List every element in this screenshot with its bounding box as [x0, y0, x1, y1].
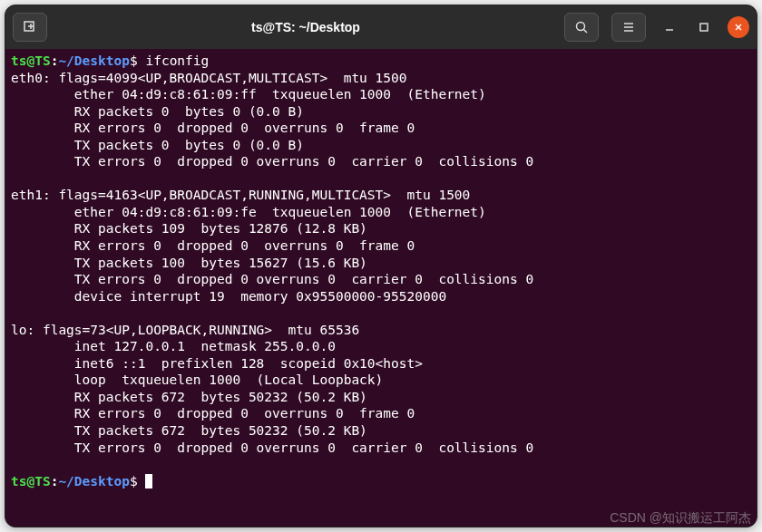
terminal-body[interactable]: ts@TS:~/Desktop$ ifconfig eth0: flags=40… [5, 49, 757, 493]
svg-point-3 [577, 23, 585, 31]
eth0-header: eth0: flags=4099<UP,BROADCAST,MULTICAST>… [11, 71, 407, 85]
maximize-icon [698, 22, 709, 33]
watermark: CSDN @知识搬运工阿杰 [610, 510, 751, 527]
prompt-user-2: ts@TS [11, 474, 51, 488]
eth1-device: device interrupt 19 memory 0x95500000-95… [11, 289, 446, 304]
terminal-window: ts@TS: ~/Desktop ts@TS:~/Desktop$ ifconf… [5, 5, 757, 527]
window-title: ts@TS: ~/Desktop [53, 20, 559, 34]
eth1-rx-errors: RX errors 0 dropped 0 overruns 0 frame 0 [11, 238, 415, 253]
eth0-tx-packets: TX packets 0 bytes 0 (0.0 B) [11, 138, 304, 152]
search-icon [574, 20, 589, 34]
new-tab-icon [23, 20, 37, 34]
prompt-symbol: $ [130, 53, 138, 68]
minimize-button[interactable] [659, 16, 680, 38]
lo-inet: inet 127.0.0.1 netmask 255.0.0.0 [11, 339, 336, 353]
minimize-icon [664, 22, 675, 33]
titlebar: ts@TS: ~/Desktop [5, 5, 757, 49]
search-button[interactable] [564, 13, 599, 42]
eth1-tx-errors: TX errors 0 dropped 0 overruns 0 carrier… [11, 272, 533, 286]
eth0-ether: ether 04:d9:c8:61:09:ff txqueuelen 1000 … [11, 87, 486, 102]
lo-loop: loop txqueuelen 1000 (Local Loopback) [11, 372, 383, 387]
eth1-tx-packets: TX packets 100 bytes 15627 (15.6 KB) [11, 256, 367, 270]
lo-rx-packets: RX packets 672 bytes 50232 (50.2 KB) [11, 390, 367, 404]
lo-tx-errors: TX errors 0 dropped 0 overruns 0 carrier… [11, 440, 533, 455]
eth1-ether: ether 04:d9:c8:61:09:fe txqueuelen 1000 … [11, 205, 486, 219]
hamburger-icon [621, 20, 636, 34]
new-tab-button[interactable] [13, 13, 47, 42]
close-button[interactable] [728, 16, 749, 38]
lo-rx-errors: RX errors 0 dropped 0 overruns 0 frame 0 [11, 406, 415, 421]
eth0-rx-errors: RX errors 0 dropped 0 overruns 0 frame 0 [11, 121, 415, 135]
maximize-button[interactable] [693, 16, 715, 38]
eth0-rx-packets: RX packets 0 bytes 0 (0.0 B) [11, 104, 304, 119]
prompt-symbol-2: $ [130, 474, 138, 488]
command-text: ifconfig [145, 53, 209, 68]
eth1-header: eth1: flags=4163<UP,BROADCAST,RUNNING,MU… [11, 188, 470, 202]
prompt-path-2: ~/Desktop [58, 474, 130, 488]
lo-inet6: inet6 ::1 prefixlen 128 scopeid 0x10<hos… [11, 356, 423, 371]
prompt-user: ts@TS [11, 53, 51, 68]
prompt-path: ~/Desktop [58, 53, 130, 68]
menu-button[interactable] [611, 13, 646, 42]
eth1-rx-packets: RX packets 109 bytes 12876 (12.8 KB) [11, 221, 367, 236]
close-icon [733, 22, 744, 33]
svg-rect-9 [700, 24, 708, 31]
lo-tx-packets: TX packets 672 bytes 50232 (50.2 KB) [11, 423, 367, 438]
eth0-tx-errors: TX errors 0 dropped 0 overruns 0 carrier… [11, 154, 533, 169]
cursor [145, 474, 152, 488]
lo-header: lo: flags=73<UP,LOOPBACK,RUNNING> mtu 65… [11, 323, 359, 337]
svg-line-4 [584, 30, 588, 34]
